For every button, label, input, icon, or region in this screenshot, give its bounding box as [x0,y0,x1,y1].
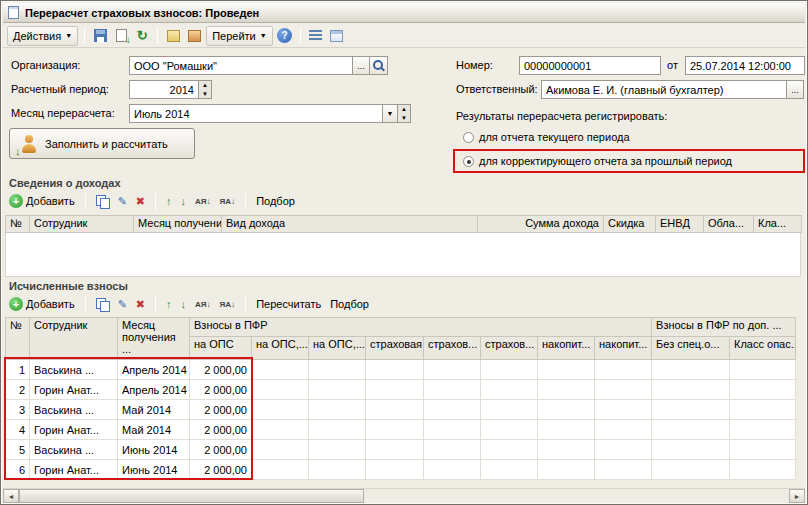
empty-cell[interactable] [538,380,595,400]
scroll-right-button[interactable]: ► [789,489,805,503]
empty-cell[interactable] [730,460,796,480]
empty-cell[interactable] [652,380,730,400]
contrib-table-row[interactable]: 2Горин Анат...Апрель 20142 000,00 [6,380,796,400]
income-edit-button[interactable]: ✎ [116,195,129,208]
contrib-column-header[interactable]: Сотрудник [30,318,118,360]
month-cell[interactable]: Май 2014 [118,400,190,420]
income-column-header[interactable]: Вид дохода [222,216,478,233]
empty-cell[interactable] [652,360,730,380]
empty-cell[interactable] [481,400,538,420]
empty-cell[interactable] [538,440,595,460]
contrib-table-row[interactable]: 3Васькина ...Май 20142 000,00 [6,400,796,420]
ops-amount-cell[interactable]: 2 000,00 [190,460,252,480]
empty-cell[interactable] [730,400,796,420]
empty-cell[interactable] [481,380,538,400]
recalc-month-field[interactable]: Июль 2014 [129,104,383,123]
scroll-left-button[interactable]: ◄ [3,489,19,503]
organization-field[interactable]: ООО "Ромашки" [129,56,353,75]
income-column-header[interactable]: Кла... [754,216,802,233]
fill-and-calculate-button[interactable]: ↓ Заполнить и рассчитать [9,128,195,159]
month-cell[interactable]: Апрель 2014 [118,360,190,380]
contrib-add-button[interactable]: + Добавить [7,297,77,311]
help-button[interactable]: ? [276,27,294,45]
contrib-subcolumn-header[interactable]: Без спец.о... [652,337,730,360]
empty-cell[interactable] [481,420,538,440]
empty-cell[interactable] [252,360,309,380]
empty-cell[interactable] [730,360,796,380]
row-number-cell[interactable]: 4 [6,420,30,440]
row-number-cell[interactable]: 1 [6,360,30,380]
period-field[interactable]: 2014 [129,80,199,99]
empty-cell[interactable] [424,460,481,480]
recalc-month-spinner[interactable]: ▲ ▼ [397,104,411,123]
responsible-field[interactable]: Акимова Е. И. (главный бухгалтер) [541,80,787,99]
contrib-subcolumn-header[interactable]: накопит... [595,337,652,360]
empty-cell[interactable] [652,460,730,480]
post-button[interactable]: ↓ [112,27,130,45]
empty-cell[interactable] [252,420,309,440]
contrib-sort-asc-button[interactable]: АЯ↓ [193,300,213,309]
actions-button[interactable]: Действия ▼ [7,26,78,46]
employee-cell[interactable]: Васькина ... [30,400,118,420]
ops-amount-cell[interactable]: 2 000,00 [190,380,252,400]
row-number-cell[interactable]: 5 [6,440,30,460]
empty-cell[interactable] [309,380,366,400]
date-field[interactable]: 25.07.2014 12:00:00 [685,56,805,75]
empty-cell[interactable] [366,420,424,440]
contrib-sort-desc-button[interactable]: ЯА↓ [218,300,238,309]
radio-corrective-period[interactable]: для корректирующего отчета за прошлый пе… [463,154,732,168]
ops-amount-cell[interactable]: 2 000,00 [190,420,252,440]
responsible-select-button[interactable]: ... [786,80,804,99]
employee-cell[interactable]: Васькина ... [30,440,118,460]
empty-cell[interactable] [538,420,595,440]
contrib-subcolumn-header[interactable]: накопит... [538,337,595,360]
register-button[interactable] [185,27,203,45]
empty-cell[interactable] [595,400,652,420]
empty-cell[interactable] [424,380,481,400]
empty-cell[interactable] [252,380,309,400]
empty-cell[interactable] [366,380,424,400]
income-column-header[interactable]: Сумма дохода [478,216,604,233]
scrollbar-thumb[interactable] [19,489,364,503]
contrib-move-down-button[interactable]: ↓ [179,298,189,310]
income-column-header[interactable]: Сотрудник [30,216,134,233]
empty-cell[interactable] [652,420,730,440]
contrib-table-row[interactable]: 5Васькина ...Июнь 20142 000,00 [6,440,796,460]
contrib-subcolumn-header[interactable]: на ОПС [190,337,252,360]
contrib-group-header-pfr[interactable]: Взносы в ПФР [190,318,652,337]
income-column-header[interactable]: Месяц получени... [134,216,222,233]
contrib-column-header[interactable]: Месяц получения ... [118,318,190,360]
number-field[interactable]: 00000000001 [519,56,661,75]
income-sort-asc-button[interactable]: АЯ↓ [193,197,213,206]
empty-cell[interactable] [652,440,730,460]
month-cell[interactable]: Июнь 2014 [118,440,190,460]
empty-cell[interactable] [595,380,652,400]
empty-cell[interactable] [309,460,366,480]
income-table-body[interactable] [5,233,801,277]
save-button[interactable] [91,27,109,45]
empty-cell[interactable] [366,360,424,380]
contrib-delete-button[interactable]: ✖ [134,298,147,311]
income-column-header[interactable]: ЕНВД [656,216,704,233]
empty-cell[interactable] [366,400,424,420]
contrib-subcolumn-header[interactable]: страхов... [424,337,481,360]
income-pick-button[interactable]: Подбор [254,195,297,207]
contrib-table-row[interactable]: 6Горин Анат...Июнь 20142 000,00 [6,460,796,480]
empty-cell[interactable] [730,440,796,460]
empty-cell[interactable] [309,360,366,380]
contrib-subcolumn-header[interactable]: Класс опас... [730,337,796,360]
income-sort-desc-button[interactable]: ЯА↓ [218,197,238,206]
income-column-header[interactable]: Обла... [704,216,754,233]
empty-cell[interactable] [252,400,309,420]
empty-cell[interactable] [252,440,309,460]
empty-cell[interactable] [309,420,366,440]
employee-cell[interactable]: Горин Анат... [30,380,118,400]
empty-cell[interactable] [309,400,366,420]
contrib-edit-button[interactable]: ✎ [116,298,129,311]
radio-current-period[interactable]: для отчета текущего периода [463,130,630,144]
month-cell[interactable]: Июнь 2014 [118,460,190,480]
empty-cell[interactable] [481,360,538,380]
income-column-header[interactable]: Скидка [604,216,656,233]
contrib-subcolumn-header[interactable]: страхов... [481,337,538,360]
employee-cell[interactable]: Горин Анат... [30,420,118,440]
